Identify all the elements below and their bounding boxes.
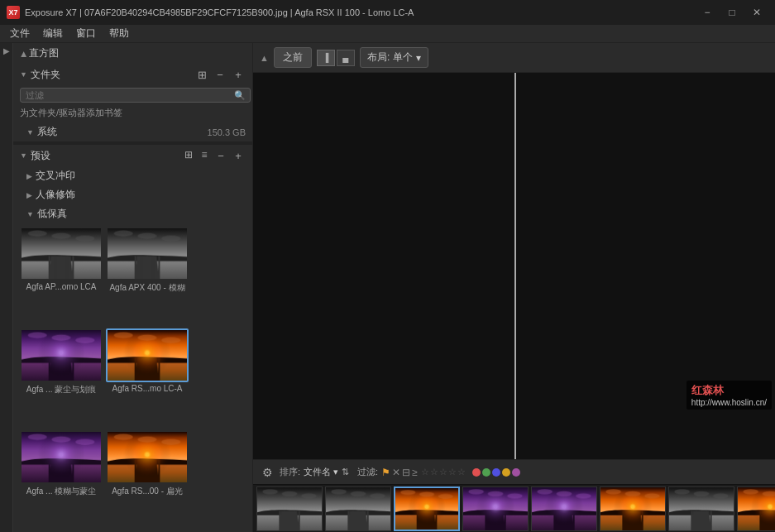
star-3[interactable]: ☆ xyxy=(439,467,447,477)
split-vertical-icon[interactable]: ▐ xyxy=(317,50,335,66)
menu-file[interactable]: 文件 xyxy=(3,25,36,42)
preset-thumb-0[interactable] xyxy=(20,227,103,280)
preset-label-4: Agfa ... 模糊与蒙尘 xyxy=(20,486,103,497)
window-controls: − □ ✕ xyxy=(696,4,768,21)
gear-icon[interactable]: ⚙ xyxy=(258,463,276,482)
top-toolbar: ▲ 之前 ▐ ▄ 布局: 单个 ▾ xyxy=(253,43,775,73)
cross-process-label: 交叉冲印 xyxy=(36,169,75,183)
lo-fi-label: 低保真 xyxy=(37,207,67,221)
sidebar: ▶ 直方图 ▼ 文件夹 ⊞ − + 🔍 为文件夹/驱动器添加书签 xyxy=(13,43,253,532)
list-view-icon[interactable]: ≡ xyxy=(198,148,211,161)
star-filter: ☆ ☆ ☆ ☆ ☆ xyxy=(421,467,466,477)
nav-up-arrow[interactable]: ▲ xyxy=(260,53,269,63)
star-5[interactable]: ☆ xyxy=(457,467,466,477)
filmstrip-thumb-4[interactable] xyxy=(531,486,597,531)
watermark-title: 红森林 xyxy=(691,383,767,398)
minus-folder-icon[interactable]: − xyxy=(213,67,227,82)
filmstrip-thumb-6[interactable] xyxy=(668,486,734,531)
histogram-section[interactable]: ▶ 直方图 xyxy=(13,43,252,64)
filmstrip-thumb-7[interactable] xyxy=(737,486,775,531)
filmstrip xyxy=(253,484,775,532)
left-strip-arrow[interactable]: ▶ xyxy=(3,46,10,55)
window-title: Exposure X7 | 07A6F20B40294CB4985BF29CFC… xyxy=(25,7,696,17)
folders-icons: ⊞ − + xyxy=(194,67,246,82)
sort-direction-icon[interactable]: ⇅ xyxy=(342,467,349,477)
color-filter-dots xyxy=(472,468,520,477)
preset-item-1[interactable]: Agfa APX 400 - 模糊 xyxy=(106,227,189,325)
plus-preset-icon[interactable]: + xyxy=(231,148,246,163)
filter-input[interactable] xyxy=(20,88,251,103)
preset-label-5: Agfa RS...00 - 扁光 xyxy=(106,486,189,497)
plus-folder-icon[interactable]: + xyxy=(231,67,246,82)
menu-help[interactable]: 帮助 xyxy=(103,25,136,42)
preset-canvas-3 xyxy=(108,330,187,381)
preset-label-3: Agfa RS...mo LC-A xyxy=(106,384,189,393)
portrait-label: 人像修饰 xyxy=(36,188,75,202)
folders-section: ▼ 文件夹 ⊞ − + 🔍 为文件夹/驱动器添加书签 ▼ 系统 150.3 GB xyxy=(13,64,252,141)
preset-thumb-4[interactable] xyxy=(20,430,103,484)
flag-icon[interactable]: ⚑ xyxy=(381,467,390,478)
watermark: 红森林 http://www.hoslin.cn/ xyxy=(686,381,772,410)
comparison-divider[interactable] xyxy=(514,73,516,459)
close-button[interactable]: ✕ xyxy=(745,4,768,21)
preset-label-0: Agfa AP...omo LCA xyxy=(20,282,103,291)
star-2[interactable]: ☆ xyxy=(430,467,438,477)
menu-window[interactable]: 窗口 xyxy=(69,25,103,42)
presets-section: ▼ 预设 ⊞ ≡ − + ▶ 交叉冲印 ▶ 人像修饰 ▼ 低保真 xyxy=(13,145,252,532)
watermark-url: http://www.hoslin.cn/ xyxy=(691,398,767,407)
color-dot-green[interactable] xyxy=(482,468,490,477)
system-arrow: ▼ xyxy=(26,128,34,137)
preset-item-0[interactable]: Agfa AP...omo LCA xyxy=(20,227,103,325)
presets-view-icons: ⊞ ≡ − + xyxy=(182,148,246,163)
menu-edit[interactable]: 编辑 xyxy=(36,25,69,42)
category-portrait[interactable]: ▶ 人像修饰 xyxy=(13,185,252,204)
lo-fi-arrow: ▼ xyxy=(26,210,34,218)
star-4[interactable]: ☆ xyxy=(448,467,457,477)
add-folder-icon[interactable]: ⊞ xyxy=(194,67,209,82)
tag-row: 为文件夹/驱动器添加书签 xyxy=(13,105,252,122)
preset-label-2: Agfa ... 蒙尘与划痕 xyxy=(20,384,103,395)
minus-preset-icon[interactable]: − xyxy=(213,148,228,163)
layout-dropdown[interactable]: 布局: 单个 ▾ xyxy=(360,47,428,68)
maximize-button[interactable]: □ xyxy=(720,4,744,21)
color-dot-purple[interactable] xyxy=(512,468,520,477)
sort-value-text: 文件名 xyxy=(304,466,331,478)
left-collapse-strip: ▶ xyxy=(0,43,13,532)
grid-view-icon[interactable]: ⊞ xyxy=(182,148,195,161)
unflag-icon[interactable]: ✕ xyxy=(392,467,400,478)
split-horizontal-icon[interactable]: ▄ xyxy=(337,50,355,66)
category-lo-fi[interactable]: ▼ 低保真 xyxy=(13,204,252,223)
star-1[interactable]: ☆ xyxy=(421,467,429,477)
preset-thumb-5[interactable] xyxy=(106,430,189,484)
filmstrip-thumb-2[interactable] xyxy=(394,486,460,531)
preset-grid: Agfa AP...omo LCA Agfa APX 400 - 模糊 Agfa… xyxy=(13,223,252,532)
before-button[interactable]: 之前 xyxy=(274,47,312,68)
portrait-arrow: ▶ xyxy=(26,191,32,199)
preset-item-4[interactable]: Agfa ... 模糊与蒙尘 xyxy=(20,430,103,529)
sort-value[interactable]: 文件名 ▾ xyxy=(304,466,338,478)
minimize-button[interactable]: − xyxy=(696,4,719,21)
preset-thumb-2[interactable] xyxy=(20,328,103,382)
color-dot-yellow[interactable] xyxy=(502,468,510,477)
system-size: 150.3 GB xyxy=(208,127,246,137)
filmstrip-thumb-0[interactable] xyxy=(256,486,323,531)
color-dot-red[interactable] xyxy=(472,468,481,477)
preset-thumb-3[interactable] xyxy=(106,328,189,382)
filmstrip-thumb-5[interactable] xyxy=(600,486,666,531)
category-cross-process[interactable]: ▶ 交叉冲印 xyxy=(13,166,252,185)
content-area: ▲ 之前 ▐ ▄ 布局: 单个 ▾ 红森林 http://www.hoslin.… xyxy=(253,43,775,532)
preset-item-2[interactable]: Agfa ... 蒙尘与划痕 xyxy=(20,328,103,427)
preset-thumb-1[interactable] xyxy=(106,227,189,280)
filmstrip-thumb-1[interactable] xyxy=(325,486,391,531)
cross-process-arrow: ▶ xyxy=(26,172,32,180)
system-folder[interactable]: ▼ 系统 150.3 GB xyxy=(13,122,252,141)
filmstrip-thumb-3[interactable] xyxy=(462,486,529,531)
reject-icon[interactable]: ⊟ xyxy=(402,467,410,478)
color-dot-blue[interactable] xyxy=(492,468,500,477)
filter-row: 🔍 xyxy=(13,85,252,105)
preset-label-1: Agfa APX 400 - 模糊 xyxy=(106,282,189,294)
preset-item-5[interactable]: Agfa RS...00 - 扁光 xyxy=(106,430,189,529)
folders-arrow: ▼ xyxy=(20,70,27,79)
preset-item-3[interactable]: Agfa RS...mo LC-A xyxy=(106,328,189,427)
titlebar: X7 Exposure X7 | 07A6F20B40294CB4985BF29… xyxy=(0,0,775,25)
